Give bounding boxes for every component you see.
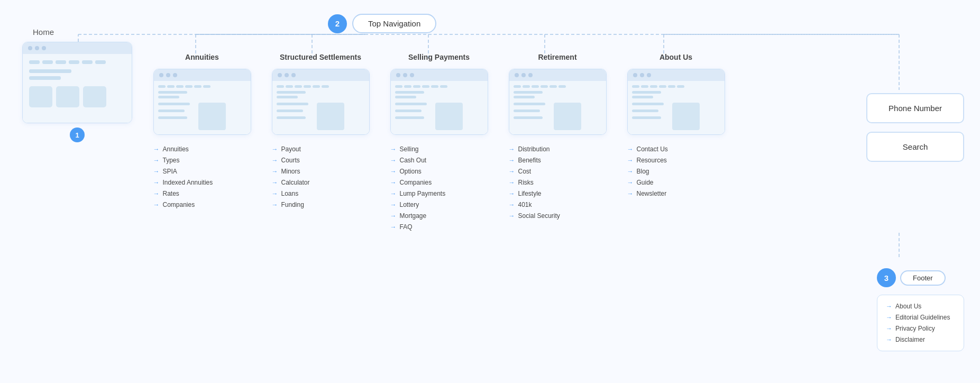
list-item[interactable]: →Newsletter [627,190,725,197]
col-nav-4 [185,85,193,88]
arrow-icon: → [153,201,160,208]
col-mock-area [514,103,602,130]
list-item[interactable]: →Loans [272,190,370,197]
col-content-2 [514,96,535,98]
col-nav-2 [641,85,648,88]
col-image-box [435,103,463,130]
list-item[interactable]: →Contact Us [627,145,725,153]
list-item[interactable]: →Courts [272,157,370,164]
col-text-area [514,103,551,130]
list-item[interactable]: →Options [390,168,488,175]
right-panel: Phone Number Search [866,93,964,162]
footer-list-item[interactable]: →Disclaimer [886,336,955,343]
col-nav-1 [158,85,166,88]
col-browser-structured-settlements [272,69,370,135]
list-item[interactable]: →Cost [509,168,607,175]
list-item[interactable]: →Indexed Annuities [153,179,251,186]
arrow-icon: → [272,190,278,197]
search-button[interactable]: Search [866,132,964,162]
col-text-area [277,103,314,130]
col-nav-4 [541,85,548,88]
list-item[interactable]: →Benefits [509,157,607,164]
link-label: Options [400,168,422,175]
list-item[interactable]: →Cash Out [390,157,488,164]
link-label: Indexed Annuities [163,179,213,186]
list-item[interactable]: →Lump Payments [390,190,488,197]
col-browser-body-structured-settlements [272,81,369,134]
col-image-box [198,103,226,130]
list-item[interactable]: →Selling [390,145,488,153]
footer-arrow-icon: → [886,303,892,310]
list-item[interactable]: →SPIA [153,168,251,175]
list-item[interactable]: →Risks [509,179,607,186]
list-item[interactable]: →Social Security [509,212,607,220]
col-text-area [632,103,669,130]
col-nav-4 [422,85,429,88]
col-section-annuities: Annuities [144,53,260,234]
footer-list-item[interactable]: →Editorial Guidelines [886,314,955,321]
list-item[interactable]: →Companies [153,201,251,208]
home-section: Home [22,28,132,142]
footer-list-item[interactable]: →About Us [886,303,955,310]
arrow-icon: → [627,168,634,175]
col-image-box [672,103,700,130]
list-item[interactable]: →401k [509,201,607,208]
arrow-icon: → [272,201,278,208]
col-dot-3 [291,73,296,77]
col-nav-2 [523,85,530,88]
list-item[interactable]: →Payout [272,145,370,153]
footer-list-item[interactable]: →Privacy Policy [886,325,955,332]
list-item[interactable]: →Mortgage [390,212,488,220]
col-text-2 [632,110,658,112]
phone-number-button[interactable]: Phone Number [866,93,964,123]
list-item[interactable]: →Lifestyle [509,190,607,197]
columns-container: Annuities [143,53,735,234]
list-item[interactable]: →Lottery [390,201,488,208]
mock-nav-1 [29,60,40,64]
arrow-icon: → [153,145,160,153]
arrow-icon: → [153,168,160,175]
col-text-1 [158,103,190,105]
arrow-icon: → [272,157,278,164]
arrow-icon: → [509,145,515,153]
col-content-2 [277,96,298,98]
browser-dot-3 [42,46,46,50]
list-item[interactable]: →Blog [627,168,725,175]
list-item[interactable]: →FAQ [390,223,488,231]
link-label: Risks [518,179,534,186]
arrow-icon: → [627,157,634,164]
col-dot-2 [403,73,407,77]
list-item[interactable]: →Guide [627,179,725,186]
list-item[interactable]: →Funding [272,201,370,208]
link-label: Calculator [281,179,310,186]
list-item[interactable]: →Rates [153,190,251,197]
arrow-icon: → [272,168,278,175]
col-text-3 [277,116,306,119]
list-item[interactable]: →Distribution [509,145,607,153]
arrow-icon: → [272,179,278,186]
list-item[interactable]: →Annuities [153,145,251,153]
col-titlebar-annuities [154,69,251,81]
list-item[interactable]: →Minors [272,168,370,175]
col-mock-nav-about-us [632,85,720,88]
col-nav-1 [514,85,521,88]
arrow-icon: → [509,157,515,164]
col-nav-6 [440,85,447,88]
home-browser-titlebar [23,42,132,54]
list-item[interactable]: →Calculator [272,179,370,186]
link-label: Newsletter [637,190,667,197]
arrow-icon: → [627,190,634,197]
list-item[interactable]: →Companies [390,179,488,186]
col-text-2 [395,110,422,112]
list-item[interactable]: →Resources [627,157,725,164]
list-item[interactable]: →Types [153,157,251,164]
links-list-about-us: →Contact Us→Resources→Blog→Guide→Newslet… [627,145,725,201]
footer-badge-number: 3 [877,268,896,287]
col-text-1 [632,103,664,105]
link-label: Payout [281,145,301,153]
col-text-2 [277,110,303,112]
link-label: Social Security [518,212,560,220]
mock-nav-3 [56,60,66,64]
link-label: Contact Us [637,145,668,153]
col-nav-3 [650,85,657,88]
